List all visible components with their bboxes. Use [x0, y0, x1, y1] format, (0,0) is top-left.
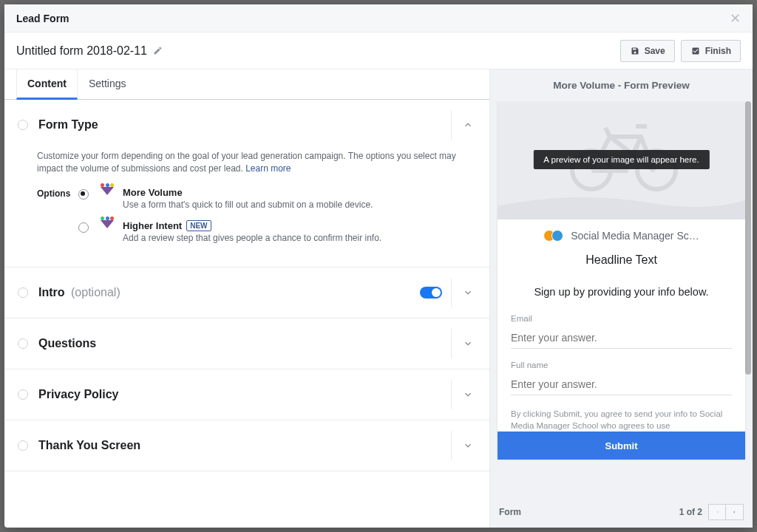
funnel-icon [99, 187, 115, 203]
modal-body: Content Settings Form Type Customize you… [4, 69, 753, 528]
pager-label: Form [499, 507, 521, 517]
field-email: Email [498, 310, 745, 356]
page-name: Social Media Manager Sc… [571, 230, 699, 242]
preview-image-area: A preview of your image will appear here… [498, 101, 745, 219]
pager-prev-button[interactable] [708, 504, 726, 520]
chevron-down-icon[interactable] [451, 431, 483, 460]
option-text: Higher Intent NEW Add a review step that… [123, 220, 457, 243]
scrollbar[interactable] [745, 101, 751, 497]
preview-title: More Volume - Form Preview [490, 69, 753, 101]
field-label-fullname: Full name [511, 361, 732, 369]
form-name-row: Untitled form 2018-02-11 Save Finish [4, 33, 753, 69]
consent-text: By clicking Submit, you agree to send yo… [498, 403, 745, 432]
option-more-volume[interactable]: More Volume Use a form that's quick to f… [78, 187, 457, 210]
submit-label: Submit [605, 440, 637, 451]
image-tooltip: A preview of your image will appear here… [533, 150, 709, 169]
preview-headline: Headline Text [498, 246, 745, 279]
section-head-form-type[interactable]: Form Type [4, 100, 489, 150]
section-thank-you: Thank You Screen [4, 420, 489, 471]
intro-toggle[interactable] [420, 287, 442, 299]
page-avatar-icon [543, 230, 563, 242]
section-questions: Questions [4, 318, 489, 369]
section-head-thank-you[interactable]: Thank You Screen [4, 420, 489, 471]
section-radio-icon [18, 389, 28, 400]
field-label-email: Email [511, 314, 732, 323]
section-title-thank-you: Thank You Screen [38, 439, 140, 452]
left-panel: Content Settings Form Type Customize you… [4, 69, 490, 528]
learn-more-link[interactable]: Learn more [245, 163, 291, 174]
tabs: Content Settings [4, 69, 489, 100]
option-desc: Use a form that's quick to fill out and … [123, 200, 457, 210]
fullname-input[interactable] [511, 374, 732, 395]
page-row: Social Media Manager Sc… [498, 219, 745, 246]
intro-title-text: Intro [38, 286, 65, 299]
tab-settings[interactable]: Settings [78, 69, 138, 99]
edit-name-icon[interactable] [153, 46, 163, 55]
tab-content[interactable]: Content [16, 69, 78, 100]
finish-label: Finish [705, 46, 731, 56]
section-radio-icon [18, 287, 28, 298]
section-title-intro: Intro (optional) [38, 286, 120, 299]
close-icon[interactable]: ✕ [730, 10, 741, 27]
section-title-form-type: Form Type [38, 118, 98, 132]
chevron-down-icon[interactable] [451, 380, 483, 409]
new-badge: NEW [186, 220, 211, 231]
modal-header: Lead Form ✕ [4, 4, 753, 33]
chevron-up-icon[interactable] [451, 110, 483, 140]
options-list: More Volume Use a form that's quick to f… [78, 187, 457, 253]
preview-signup-text: Sign up by providing your info below. [498, 279, 745, 310]
save-icon [630, 47, 640, 55]
section-privacy: Privacy Policy [4, 369, 489, 420]
finish-button[interactable]: Finish [681, 40, 741, 62]
radio-icon [78, 189, 89, 200]
lead-form-modal: Lead Form ✕ Untitled form 2018-02-11 Sav… [4, 4, 753, 528]
chevron-down-icon[interactable] [451, 278, 483, 307]
section-head-privacy[interactable]: Privacy Policy [4, 369, 489, 420]
preview-scroll: A preview of your image will appear here… [490, 101, 753, 497]
funnel-icon [99, 220, 115, 236]
submit-button[interactable]: Submit [498, 432, 745, 460]
section-head-questions[interactable]: Questions [4, 318, 489, 369]
option-title: More Volume [123, 187, 183, 198]
preview-pager: Form 1 of 2 [490, 497, 753, 528]
sections-list: Form Type Customize your form depending … [4, 100, 489, 528]
finish-icon [690, 47, 701, 55]
options-label: Options [37, 187, 78, 253]
pager-info: 1 of 2 [679, 507, 702, 517]
preview-panel: More Volume - Form Preview [490, 69, 753, 528]
modal-title: Lead Form [16, 13, 69, 24]
section-title-privacy: Privacy Policy [38, 388, 119, 401]
options-row: Options More Volume [37, 187, 457, 253]
option-text: More Volume Use a form that's quick to f… [123, 187, 457, 210]
option-higher-intent[interactable]: Higher Intent NEW Add a review step that… [78, 220, 457, 243]
preview-card: A preview of your image will appear here… [498, 101, 745, 460]
pager-next-button[interactable] [726, 504, 744, 520]
form-name: Untitled form 2018-02-11 [16, 44, 147, 58]
email-input[interactable] [511, 327, 732, 349]
pager-buttons [708, 504, 744, 520]
header-actions: Save Finish [620, 40, 741, 62]
option-desc: Add a review step that gives people a ch… [123, 233, 457, 243]
save-button[interactable]: Save [620, 40, 675, 62]
section-radio-icon [18, 338, 28, 349]
form-type-description: Customize your form depending on the goa… [37, 150, 457, 175]
field-fullname: Full name [498, 356, 745, 403]
section-radio-icon [18, 120, 28, 130]
section-radio-icon [18, 440, 28, 451]
section-head-intro[interactable]: Intro (optional) [4, 267, 489, 318]
section-body-form-type: Customize your form depending on the goa… [4, 150, 489, 267]
save-label: Save [645, 46, 665, 56]
section-form-type: Form Type Customize your form depending … [4, 100, 489, 267]
section-title-questions: Questions [38, 337, 96, 350]
radio-icon [78, 222, 89, 233]
option-title: Higher Intent [123, 220, 182, 231]
optional-label: (optional) [71, 286, 120, 299]
chevron-down-icon[interactable] [451, 329, 483, 358]
section-intro: Intro (optional) [4, 267, 489, 318]
